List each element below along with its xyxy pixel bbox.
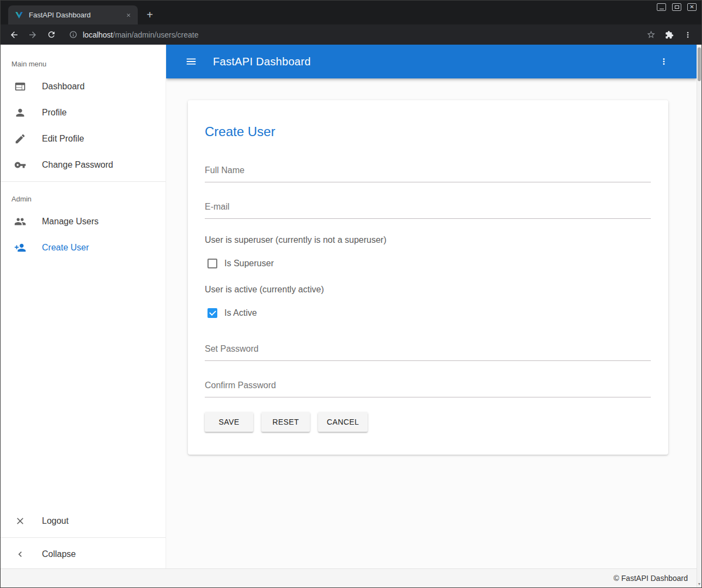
sidebar-item-label: Profile: [42, 108, 66, 118]
scrollbar-thumb[interactable]: [698, 47, 701, 81]
vuetify-favicon-icon: [15, 11, 23, 20]
sidebar-item-manage-users[interactable]: Manage Users: [1, 209, 166, 235]
sidebar-item-logout[interactable]: Logout: [1, 508, 166, 534]
pencil-icon: [14, 132, 27, 145]
maximize-button[interactable]: [672, 3, 681, 11]
content-area: Create User User is superuser (currently…: [166, 78, 697, 568]
sidebar: Main menu Dashboard Profile Edit Profile: [1, 45, 166, 568]
email-field: [205, 202, 651, 219]
sidebar-divider: [1, 181, 166, 182]
hamburger-menu-icon[interactable]: [180, 51, 202, 72]
sidebar-item-label: Manage Users: [42, 217, 99, 226]
full-name-input[interactable]: [205, 166, 651, 182]
sidebar-item-create-user[interactable]: Create User: [1, 235, 166, 261]
active-checkbox-label: Is Active: [224, 308, 257, 318]
app-title: FastAPI Dashboard: [213, 56, 311, 68]
url-path: /main/admin/users/create: [113, 30, 198, 39]
sidebar-bottom: Logout Collapse: [1, 508, 166, 567]
set-password-field: [205, 344, 651, 361]
address-bar[interactable]: localhost/main/admin/users/create: [64, 27, 638, 42]
person-add-icon: [14, 241, 27, 254]
close-x-icon: [14, 514, 27, 528]
sidebar-item-label: Change Password: [42, 160, 113, 170]
sidebar-section-admin: Admin: [1, 185, 166, 209]
sidebar-item-label: Collapse: [42, 549, 76, 559]
email-input[interactable]: [205, 202, 651, 219]
bookmark-star-icon[interactable]: [643, 27, 659, 42]
sidebar-divider: [1, 537, 166, 538]
active-checkbox-row[interactable]: Is Active: [205, 308, 651, 318]
app-menu-kebab-icon[interactable]: [653, 51, 675, 72]
key-icon: [14, 158, 27, 171]
sidebar-item-label: Dashboard: [42, 82, 84, 91]
confirm-password-input[interactable]: [205, 381, 651, 397]
copyright-text: © FastAPI Dashboard: [614, 574, 688, 583]
create-user-card: Create User User is superuser (currently…: [188, 100, 668, 455]
sidebar-section-main: Main menu: [1, 45, 166, 74]
scrollbar-down-arrow-icon[interactable]: ▼: [697, 582, 701, 586]
window-close-button[interactable]: ✕: [687, 3, 697, 11]
browser-toolbar: localhost/main/admin/users/create: [1, 24, 701, 45]
sidebar-item-label: Logout: [42, 516, 69, 526]
window-controls: ✕: [657, 3, 697, 11]
people-icon: [14, 215, 27, 228]
form-buttons: SAVE RESET CANCEL: [205, 412, 651, 432]
superuser-checkbox-label: Is Superuser: [224, 259, 274, 268]
confirm-password-field: [205, 381, 651, 397]
dashboard-icon: [14, 80, 27, 93]
page: Main menu Dashboard Profile Edit Profile: [1, 45, 701, 587]
browser-window: FastAPI Dashboard + ✕ localhost/main/adm…: [0, 0, 702, 588]
new-tab-button[interactable]: +: [142, 7, 157, 22]
superuser-checkbox-row[interactable]: Is Superuser: [205, 259, 651, 268]
active-hint: User is active (currently active): [205, 285, 651, 295]
tab-title: FastAPI Dashboard: [29, 11, 124, 19]
sidebar-item-label: Create User: [42, 243, 89, 253]
minimize-button[interactable]: [657, 3, 666, 11]
full-name-field: [205, 166, 651, 182]
vertical-scrollbar[interactable]: ▼: [697, 45, 701, 587]
sidebar-item-label: Edit Profile: [42, 134, 84, 144]
browser-menu-kebab-icon[interactable]: [680, 27, 696, 42]
forward-icon[interactable]: [25, 27, 41, 42]
tab-close-icon[interactable]: [124, 10, 133, 20]
superuser-checkbox[interactable]: [207, 259, 217, 268]
browser-tab[interactable]: FastAPI Dashboard: [8, 5, 138, 24]
reset-button[interactable]: RESET: [261, 412, 310, 432]
sidebar-item-collapse[interactable]: Collapse: [1, 541, 166, 567]
chevron-left-icon: [14, 548, 27, 561]
sidebar-item-profile[interactable]: Profile: [1, 100, 166, 126]
reload-icon[interactable]: [43, 27, 59, 42]
superuser-hint: User is superuser (currently is not a su…: [205, 235, 651, 245]
back-icon[interactable]: [6, 27, 22, 42]
extension-icon[interactable]: [661, 27, 677, 42]
active-checkbox[interactable]: [207, 308, 217, 318]
page-title: Create User: [205, 124, 651, 139]
url-host: localhost: [83, 30, 113, 39]
site-info-icon[interactable]: [69, 30, 77, 39]
save-button[interactable]: SAVE: [205, 412, 253, 432]
tab-strip: FastAPI Dashboard + ✕: [1, 1, 701, 24]
cancel-button[interactable]: CANCEL: [318, 412, 368, 432]
set-password-input[interactable]: [205, 344, 651, 361]
person-icon: [14, 106, 27, 119]
sidebar-item-change-password[interactable]: Change Password: [1, 152, 166, 178]
main-area: FastAPI Dashboard Create User User is su…: [166, 45, 697, 568]
sidebar-item-edit-profile[interactable]: Edit Profile: [1, 126, 166, 152]
sidebar-item-dashboard[interactable]: Dashboard: [1, 74, 166, 100]
page-footer: © FastAPI Dashboard: [1, 568, 697, 587]
app-bar: FastAPI Dashboard: [166, 45, 697, 78]
